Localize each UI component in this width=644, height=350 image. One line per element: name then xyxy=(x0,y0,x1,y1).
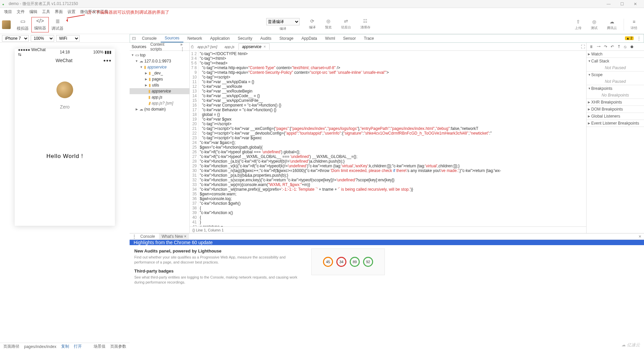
window-title: demo - 微信开发者工具 v1.01.1712150 xyxy=(9,1,78,7)
mode-simulator[interactable]: ▭模拟器 xyxy=(14,17,31,32)
mode-editor[interactable]: </>编辑器 xyxy=(31,17,49,32)
maximize-button[interactable]: ☐ xyxy=(615,2,629,6)
tab-console[interactable]: Console xyxy=(138,34,161,42)
score-ring: 89 xyxy=(350,257,360,267)
drawer-tab-whatsnew[interactable]: What's New × xyxy=(159,233,189,239)
editor-expand-icon[interactable]: ⛶ xyxy=(581,44,585,49)
editor-play-icon[interactable]: ⎙ xyxy=(191,44,193,49)
tab-sources[interactable]: Sources xyxy=(161,34,183,42)
clear-cache-button[interactable]: ☷清缓存 xyxy=(356,17,375,32)
zoom-select[interactable]: 100% xyxy=(31,35,54,42)
drawer-close-icon[interactable]: × xyxy=(639,234,641,239)
dbg-section-call-stack[interactable]: ▼ Call StackNot Paused xyxy=(587,58,644,71)
annotation-text: 点一下编辑器就可以切换到调试器的界面了 xyxy=(87,9,169,15)
tree-file-appjs[interactable]: ▮ app.js xyxy=(130,94,189,100)
tab-trace[interactable]: Trace xyxy=(360,34,378,42)
tab-audits[interactable]: Audits xyxy=(256,34,275,42)
audits-heading: New Audits panel, powered by Lighthouse xyxy=(134,248,301,253)
compile-select[interactable]: 普通编译 xyxy=(266,18,300,25)
open-link[interactable]: 打开 xyxy=(74,344,82,349)
details-button[interactable]: ≡详情 xyxy=(626,18,642,31)
etab-appservice[interactable]: appservice× xyxy=(238,43,270,50)
profile-avatar[interactable] xyxy=(56,81,73,98)
device-select[interactable]: iPhone 7 xyxy=(2,35,29,42)
tab-network[interactable]: Network xyxy=(183,34,206,42)
mode-debugger[interactable]: ≣调试器 xyxy=(49,17,66,32)
tree-appservice[interactable]: ▼▮ appservice xyxy=(130,64,189,70)
tab-application[interactable]: Application xyxy=(206,34,234,42)
tree-dev[interactable]: ▶▮ _dev_ xyxy=(130,70,189,76)
close-icon[interactable]: × xyxy=(184,234,186,239)
tab-sensor[interactable]: Sensor xyxy=(339,34,360,42)
devtools-menu-icon[interactable]: ⋮ xyxy=(637,36,641,41)
code-content[interactable]: "c-tag"><!DOCTYPE html>"c-tag"><html>"c-… xyxy=(198,51,586,226)
tree-nodomain[interactable]: ▶☁ (no domain) xyxy=(130,106,189,112)
tree-top[interactable]: ▼▭ top xyxy=(130,52,189,58)
tree-utils[interactable]: ▶▮ utils xyxy=(130,82,189,88)
scene-label[interactable]: 场景值 xyxy=(94,344,106,349)
console-drawer: ⋮ Console What's New × × Highlights from… xyxy=(130,233,644,283)
srctab-content-scripts[interactable]: Content scripts xyxy=(148,42,178,51)
close-button[interactable]: ✕ xyxy=(629,2,642,6)
test-button[interactable]: ◎测试 xyxy=(586,18,602,31)
dbg-section-breakpoints[interactable]: ▼ BreakpointsNo Breakpoints xyxy=(587,85,644,99)
menu-file[interactable]: 文件 xyxy=(17,9,25,15)
upload-button[interactable]: ⇧上传 xyxy=(570,18,586,31)
compile-button[interactable]: ⟳编译 xyxy=(304,17,320,32)
params-label[interactable]: 页面参数 xyxy=(110,344,126,349)
test-icon: ◎ xyxy=(592,19,596,25)
menu-project[interactable]: 项目 xyxy=(4,9,12,15)
step-icon[interactable]: ⤒ xyxy=(617,44,621,49)
menu-interface[interactable]: 界面 xyxy=(55,9,63,15)
refresh-icon: ⟳ xyxy=(310,18,314,24)
deactivate-bp-icon[interactable]: ⦸ xyxy=(624,44,627,49)
tree-domain[interactable]: ▼☁ 127.0.0.1:9973 xyxy=(130,58,189,64)
cloud-button[interactable]: ☁腾讯云 xyxy=(602,18,622,31)
step-out-icon[interactable]: ↶ xyxy=(611,44,614,49)
dbg-section-dom-breakpoints[interactable]: ▶ DOM Breakpoints xyxy=(587,106,644,113)
close-icon[interactable]: × xyxy=(264,44,266,49)
warnings-badge[interactable]: ▲ 2 xyxy=(625,36,634,40)
profile-name: Zero xyxy=(60,104,70,110)
pause-exceptions-icon[interactable]: ⏺ xyxy=(630,44,634,49)
phone-frame: ●●●●● WeChat ⇆ 14:18 100% ▮▮▮ WeChat ●●●… xyxy=(15,49,115,226)
badges-desc: See what third-party entities are loggin… xyxy=(134,275,301,285)
drawer-menu-icon[interactable]: ⋮ xyxy=(132,234,136,239)
pause-icon[interactable]: ⏸ xyxy=(589,44,593,49)
menu-settings[interactable]: 设置 xyxy=(67,9,75,15)
etab-appjs-sm[interactable]: app.js? [sm] xyxy=(194,44,220,49)
etab-appjs[interactable]: app.js xyxy=(221,44,237,49)
dbg-section-event-listener-breakpoints[interactable]: ▶ Event Listener Breakpoints xyxy=(587,120,644,127)
tree-file-appservice[interactable]: ▮ appservice xyxy=(130,88,189,94)
editor-status: {} Line 1, Column 1 xyxy=(190,226,586,233)
menu-edit[interactable]: 编辑 xyxy=(29,9,37,15)
tree-pages[interactable]: ▶▮ pages xyxy=(130,76,189,82)
inspect-icon[interactable]: ⮹ xyxy=(130,36,138,41)
network-select[interactable]: WiFi xyxy=(56,35,79,42)
nav-title: WeChat xyxy=(25,58,103,63)
dbg-section-scope[interactable]: ▼ ScopeNot Paused xyxy=(587,71,644,85)
dbg-section-xhr-breakpoints[interactable]: ▶ XHR Breakpoints xyxy=(587,99,644,106)
tab-appdata[interactable]: AppData xyxy=(298,34,321,42)
preview-button[interactable]: ◎预览 xyxy=(320,17,336,32)
eye-icon: ◎ xyxy=(326,18,330,24)
minimize-button[interactable]: — xyxy=(602,2,615,6)
srctab-more-icon[interactable]: » ⋮ xyxy=(178,42,189,51)
drawer-tab-console[interactable]: Console xyxy=(138,233,158,239)
step-over-icon[interactable]: ⭢ xyxy=(597,44,601,49)
user-avatar[interactable] xyxy=(2,20,11,29)
tree-file-appjs-sm[interactable]: ▮ app.js? [sm] xyxy=(130,100,189,106)
dbg-section-watch[interactable]: ▶ Watch xyxy=(587,51,644,58)
copy-link[interactable]: 复制 xyxy=(61,344,69,349)
tab-storage[interactable]: Storage xyxy=(276,34,298,42)
nav-menu-icon[interactable]: ●●● xyxy=(103,58,112,63)
background-button[interactable]: ⇄切后台 xyxy=(336,17,356,32)
step-into-icon[interactable]: ↷ xyxy=(604,44,607,49)
menu-tools[interactable]: 工具 xyxy=(42,9,50,15)
dbg-section-global-listeners[interactable]: ▶ Global Listeners xyxy=(587,113,644,120)
tab-security[interactable]: Security xyxy=(234,34,256,42)
tab-wxml[interactable]: Wxml xyxy=(321,34,339,42)
highlight-banner: Highlights from the Chrome 60 update xyxy=(130,240,644,245)
srctab-sources[interactable]: Sources xyxy=(130,44,148,49)
line-gutter: 1 2 3 4 5 6 7 8 9 10 11 12 13 14 15 16 1… xyxy=(190,51,198,226)
